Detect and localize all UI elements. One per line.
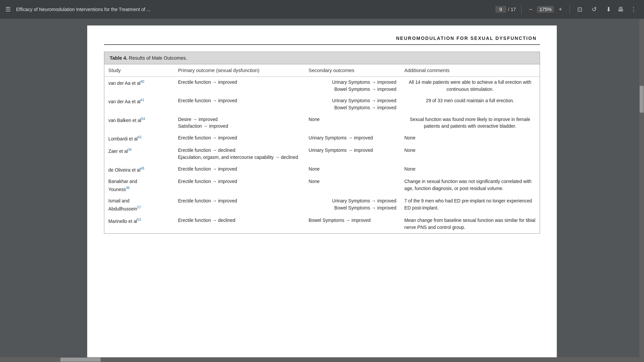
table-header-row: Study Primary outcome (sexual dysfunctio… [104,64,540,77]
cell-additional: 29 of 33 men could maintain a full erect… [400,95,540,114]
table-caption-rest: Results of Male Outcomes. [127,55,187,61]
results-table: Study Primary outcome (sexual dysfunctio… [104,64,540,233]
cell-additional: All 14 male patients were able to achiev… [400,77,540,96]
print-button[interactable]: 🖶 [616,5,626,14]
page-header-text: NEUROMODULATION FOR SEXUAL DYSFUNCTION [396,36,537,41]
table-row: Marinello et al53Erectile function → dec… [104,215,540,233]
col-header-primary: Primary outcome (sexual dysfunction) [174,64,305,77]
cell-study: van Balken et al54 [104,114,174,132]
header-rule [104,44,540,45]
cell-secondary: None [305,114,400,132]
cell-additional: Sexual function was found more likely to… [400,114,540,132]
table-row: van Balken et al54Desire → improvedSatis… [104,114,540,132]
col-header-additional: Additional comments [400,64,540,77]
cell-study: van der Aa et al40 [104,77,174,96]
cell-primary: Erectile function → improved [174,132,305,145]
scrollbar-vertical-thumb[interactable] [640,86,644,113]
cell-additional: None [400,145,540,163]
table-row: van der Aa et al41Erectile function → im… [104,95,540,114]
cell-secondary: None [305,176,400,195]
cell-additional: None [400,132,540,145]
cell-primary: Erectile function → improved [174,164,305,176]
divider-2 [570,5,570,14]
cell-secondary: Urinary Symptoms → improvedBowel Symptom… [305,77,400,96]
menu-icon[interactable]: ☰ [5,6,11,13]
zoom-out-button[interactable]: − [527,5,535,14]
table-wrapper: Table 4. Results of Male Outcomes. Study… [104,52,540,234]
cell-primary: Erectile function → improved [174,77,305,96]
toolbar: ☰ Efficacy of Neuromodulation Interventi… [0,0,644,19]
table-row: Ismail and Abdullhussein57Erectile funct… [104,195,540,215]
cell-primary: Erectile function → declinedEjaculation,… [174,145,305,163]
page-number-input[interactable] [495,6,506,13]
table-caption-bold: Table 4. [110,55,127,61]
cell-primary: Desire → improvedSatisfaction → improved [174,114,305,132]
table-row: van der Aa et al40Erectile function → im… [104,77,540,96]
cell-primary: Erectile function → declined [174,215,305,233]
cell-primary: Erectile function → improved [174,176,305,195]
cell-additional: 7 of the 9 men who had ED pre-implant no… [400,195,540,215]
cell-study: Ismail and Abdullhussein57 [104,195,174,215]
cell-secondary: None [305,164,400,176]
table-row: Lombardi et al43Erectile function → impr… [104,132,540,145]
col-header-secondary: Secondary outcomes [305,64,400,77]
table-row: Zaer et al34Erectile function → declined… [104,145,540,163]
page-separator: / 17 [508,7,516,12]
cell-secondary: Urinary Symptoms → improvedBowel Symptom… [305,95,400,114]
more-options-button[interactable]: ⋮ [629,4,639,14]
document-title: Efficacy of Neuromodulation Intervention… [16,7,490,12]
toolbar-right: ⬇ 🖶 ⋮ [604,4,639,14]
page-header: NEUROMODULATION FOR SEXUAL DYSFUNCTION [104,36,540,41]
page-nav: / 17 [495,6,516,13]
scrollbar-vertical[interactable] [639,19,644,362]
cell-study: de Oliveira et al48 [104,164,174,176]
cell-additional: None [400,164,540,176]
table-caption: Table 4. Results of Male Outcomes. [104,52,540,64]
scrollbar-horizontal[interactable] [0,357,644,362]
cell-study: Banakhar and Youness46 [104,176,174,195]
scrollbar-horizontal-thumb[interactable] [60,358,101,362]
zoom-in-button[interactable]: + [556,5,564,14]
col-header-study: Study [104,64,174,77]
table-row: de Oliveira et al48Erectile function → i… [104,164,540,176]
main-content-area: NEUROMODULATION FOR SEXUAL DYSFUNCTION T… [0,19,644,362]
zoom-controls: − + [527,5,564,14]
download-button[interactable]: ⬇ [604,4,613,14]
zoom-input[interactable] [537,6,554,13]
cell-primary: Erectile function → improved [174,95,305,114]
cell-additional: Mean change from baseline sexual functio… [400,215,540,233]
cell-secondary: Urinary Symptoms → improved [305,132,400,145]
pdf-page: NEUROMODULATION FOR SEXUAL DYSFUNCTION T… [87,25,557,362]
cell-additional: Change in sexual function was not signif… [400,176,540,195]
cell-secondary: Urinary Symptoms → improvedBowel Symptom… [305,195,400,215]
fit-page-button[interactable]: ⊡ [575,4,584,14]
divider-1 [521,5,522,14]
cell-study: Marinello et al53 [104,215,174,233]
cell-study: Lombardi et al43 [104,132,174,145]
cell-study: van der Aa et al41 [104,95,174,114]
cell-secondary: Bowel Symptoms → improved [305,215,400,233]
cell-study: Zaer et al34 [104,145,174,163]
cell-secondary: Urinary Symptoms → improved [305,145,400,163]
table-row: Banakhar and Youness46Erectile function … [104,176,540,195]
cell-primary: Erectile function → improved [174,195,305,215]
history-button[interactable]: ↺ [590,4,599,14]
